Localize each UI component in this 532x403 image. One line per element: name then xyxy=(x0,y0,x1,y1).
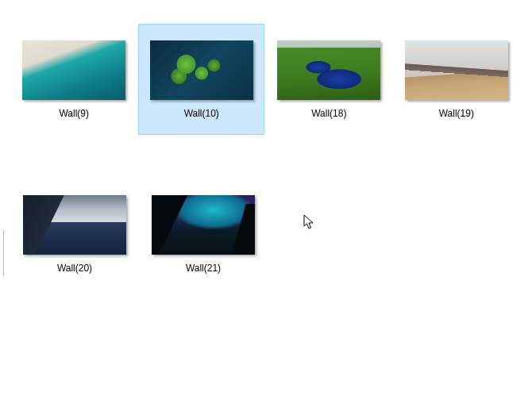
file-row: Wall(20) Wall(21) xyxy=(11,178,521,290)
file-grid: Wall(9) Wall(10) Wall(18) Wall(19) Wall(… xyxy=(0,0,532,333)
file-thumbnail xyxy=(150,40,253,100)
file-thumbnail xyxy=(405,40,508,100)
vertical-separator xyxy=(3,230,4,276)
file-label: Wall(20) xyxy=(57,263,92,274)
file-thumbnail xyxy=(277,40,380,100)
file-item[interactable]: Wall(19) xyxy=(394,24,519,135)
file-row: Wall(9) Wall(10) Wall(18) Wall(19) xyxy=(11,24,521,135)
file-label: Wall(18) xyxy=(311,108,346,119)
file-item[interactable]: Wall(20) xyxy=(11,178,138,290)
file-label: Wall(21) xyxy=(186,263,221,274)
file-thumbnail xyxy=(22,40,125,100)
file-label: Wall(9) xyxy=(59,108,89,119)
file-item[interactable]: Wall(10) xyxy=(138,24,264,135)
file-label: Wall(10) xyxy=(184,108,219,119)
file-item[interactable]: Wall(9) xyxy=(11,24,137,135)
file-item[interactable]: Wall(18) xyxy=(266,24,391,135)
file-item[interactable]: Wall(21) xyxy=(140,178,267,290)
file-thumbnail xyxy=(152,195,255,255)
file-thumbnail xyxy=(23,195,126,255)
file-label: Wall(19) xyxy=(439,108,474,119)
